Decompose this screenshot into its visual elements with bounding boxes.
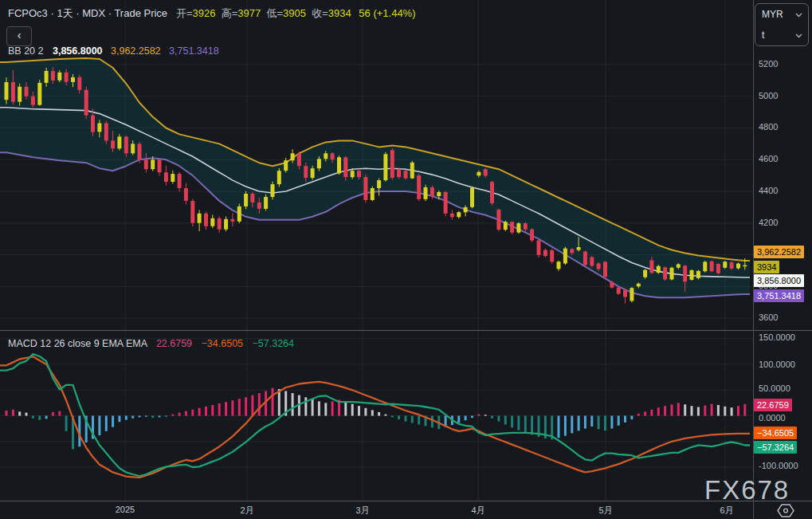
axis-tick: 100.0000	[759, 360, 795, 369]
back-chevron-icon: ‹	[18, 29, 22, 41]
axis-price-label: 3,962.2582	[754, 246, 804, 258]
month-label: 6月	[708, 505, 746, 517]
axis-tick: 50.0000	[759, 383, 790, 393]
pane-separator[interactable]	[0, 330, 812, 331]
bb-lower-value: 3,751.3418	[169, 45, 219, 57]
axis-tick: -100.0000	[759, 461, 798, 470]
axis-tick: 4200	[759, 218, 778, 227]
currency-value: MYR	[762, 9, 783, 20]
hexagon-settings-icon[interactable]	[776, 503, 795, 518]
axis-price-label: 22.6759	[754, 399, 792, 411]
macd-pane-chart[interactable]	[0, 331, 753, 504]
high-label: 高=	[222, 7, 238, 19]
axis-tick: 5200	[759, 59, 778, 69]
unit-value: t	[762, 29, 764, 41]
time-axis-separator	[0, 501, 812, 501]
bb-indicator-row[interactable]: BB 20 2 3,856.8000 3,962.2582 3,751.3418	[8, 45, 219, 57]
symbol-header[interactable]: FCPOc3 · 1天 · MDX · Trade Price 开=3926 高…	[8, 6, 416, 21]
month-label: 3月	[343, 505, 382, 517]
bb-upper-value: 3,962.2582	[111, 45, 161, 57]
chevron-down-icon	[795, 33, 802, 38]
macd-line-value: −34.6505	[202, 338, 243, 349]
axis-tick: 5000	[759, 91, 778, 100]
time-axis[interactable]: 20252月3月4月5月6月	[0, 501, 812, 519]
fx678-watermark: FX678	[704, 475, 790, 505]
macd-signal-value: −57.3264	[253, 338, 294, 349]
axis-price-label: 3,751.3418	[754, 289, 804, 302]
currency-dropdown[interactable]: MYR	[755, 4, 808, 25]
axis-tick: 150.0000	[759, 332, 795, 342]
close-label: 收=	[312, 7, 328, 19]
axis-price-label: 3,856.8000	[754, 274, 804, 287]
axis-tick: 3600	[759, 313, 778, 322]
bb-label: BB 20 2	[8, 45, 43, 57]
currency-unit-selector: MYR t	[755, 3, 809, 46]
open-label: 开=	[176, 7, 193, 19]
axis-price-label: 3934	[754, 261, 779, 273]
month-label: 2月	[228, 505, 266, 517]
axis-tick: 4800	[759, 122, 778, 132]
open-value: 3926	[193, 7, 216, 19]
axis-tick: 0.0000	[759, 413, 786, 423]
low-value: 3905	[283, 7, 306, 19]
axis-price-label: −57.3264	[754, 441, 797, 454]
high-value: 3977	[237, 7, 261, 19]
unit-dropdown[interactable]: t	[755, 25, 808, 45]
month-label: 5月	[586, 505, 625, 517]
symbol-title: FCPOc3 · 1天 · MDX · Trade Price	[8, 7, 167, 19]
chevron-down-icon	[795, 13, 802, 18]
change-value: 56 (+1.44%)	[359, 7, 415, 19]
axis-price-label: −34.6505	[754, 427, 797, 439]
macd-indicator-row[interactable]: MACD 12 26 close 9 EMA EMA 22.6759 −34.6…	[8, 338, 294, 349]
axis-tick: 4600	[759, 154, 778, 163]
price-axis-separator	[753, 0, 754, 519]
macd-label: MACD 12 26 close 9 EMA EMA	[8, 338, 147, 349]
back-button[interactable]: ‹	[6, 26, 32, 46]
axis-tick: 4400	[759, 186, 778, 195]
macd-hist-value: 22.6759	[156, 338, 192, 349]
month-label: 4月	[459, 505, 497, 517]
low-label: 低=	[266, 7, 283, 19]
price-axis[interactable]: 5200500048004600440042004000380036003,96…	[754, 0, 812, 330]
trading-chart-app: FCPOc3 · 1天 · MDX · Trade Price 开=3926 高…	[0, 0, 812, 519]
month-label: 2025	[106, 505, 144, 514]
close-value: 3934	[328, 7, 351, 19]
bb-mid-value: 3,856.8000	[53, 45, 103, 57]
